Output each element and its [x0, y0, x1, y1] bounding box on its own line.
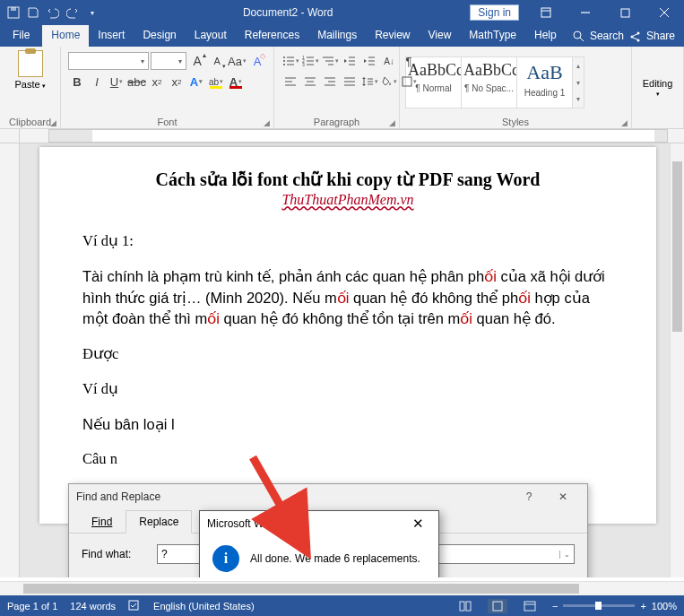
font-name-combo[interactable]: ▾: [68, 52, 149, 70]
font-size-combo[interactable]: ▾: [151, 52, 186, 70]
tab-insert[interactable]: Insert: [89, 25, 134, 47]
increase-indent-button[interactable]: [360, 52, 378, 70]
dialog-close-button[interactable]: ✕: [546, 487, 580, 507]
tab-mathtype[interactable]: MathType: [460, 25, 525, 47]
show-marks-button[interactable]: ¶: [400, 52, 418, 70]
horizontal-ruler[interactable]: [20, 129, 684, 143]
numbering-button[interactable]: 123▾: [301, 52, 319, 70]
italic-button[interactable]: I: [88, 73, 106, 91]
underline-button[interactable]: U▾: [108, 73, 126, 91]
tab-review[interactable]: Review: [366, 25, 419, 47]
editing-button[interactable]: Editing: [643, 78, 673, 89]
dialog-tab-replace[interactable]: Replace: [126, 510, 192, 534]
tab-help[interactable]: Help: [525, 25, 566, 47]
status-words[interactable]: 124 words: [70, 601, 116, 612]
undo-icon[interactable]: [45, 4, 61, 21]
borders-button[interactable]: ▾: [400, 73, 418, 91]
text-effects-button[interactable]: A▾: [187, 73, 205, 91]
paste-button[interactable]: Paste ▾: [12, 50, 49, 90]
shading-button[interactable]: ▾: [380, 73, 398, 91]
save-icon[interactable]: [25, 4, 41, 21]
sort-button[interactable]: A↓: [380, 52, 398, 70]
tab-view[interactable]: View: [420, 25, 461, 47]
document-area: Cách sửa lỗi font chữ khi copy từ PDF sa…: [0, 129, 684, 577]
zoom-level[interactable]: 100%: [652, 601, 677, 612]
doc-p3: Được: [82, 344, 613, 365]
dialog-tab-find[interactable]: Find: [78, 510, 126, 534]
tab-file[interactable]: File: [0, 25, 42, 47]
svg-rect-52: [403, 77, 411, 86]
shrink-font-button[interactable]: A▾: [208, 52, 226, 70]
quick-access-toolbar: ▾: [0, 4, 106, 21]
svg-rect-5: [621, 9, 629, 17]
align-right-button[interactable]: [321, 73, 339, 91]
dialog-help-button[interactable]: ?: [512, 487, 546, 507]
share-button[interactable]: Share: [629, 30, 675, 42]
svg-rect-54: [129, 601, 138, 610]
minimize-button[interactable]: [566, 0, 605, 25]
highlight-button[interactable]: ab▾: [207, 73, 225, 91]
svg-line-9: [580, 38, 584, 41]
group-font: ▾ ▾ A▴ A▾ Aa▾ A◇ B I U▾ abc x2 x2 A▾ ab▾…: [61, 47, 274, 128]
align-left-button[interactable]: [281, 73, 299, 91]
styles-launcher-icon[interactable]: ◢: [621, 118, 628, 127]
tab-references[interactable]: References: [236, 25, 308, 47]
vertical-scrollbar[interactable]: [670, 143, 684, 577]
qat-more-icon[interactable]: ▾: [84, 4, 100, 21]
autosave-icon[interactable]: [5, 4, 22, 21]
ribbon-display-icon[interactable]: [526, 0, 566, 25]
dialog-title: Find and Replace: [76, 490, 160, 503]
multilevel-button[interactable]: ▾: [321, 52, 339, 70]
align-center-button[interactable]: [301, 73, 319, 91]
font-launcher-icon[interactable]: ◢: [264, 118, 270, 127]
redo-icon[interactable]: [65, 4, 81, 21]
svg-rect-55: [460, 602, 464, 611]
doc-subtitle: ThuThuatPhanMem.vn: [82, 192, 613, 208]
tab-mailings[interactable]: Mailings: [308, 25, 366, 47]
tab-layout[interactable]: Layout: [186, 25, 236, 47]
search-button[interactable]: Search: [573, 30, 624, 42]
paragraph-launcher-icon[interactable]: ◢: [389, 118, 395, 127]
line-spacing-button[interactable]: ▾: [360, 73, 378, 91]
tab-home[interactable]: Home: [42, 25, 89, 47]
superscript-button[interactable]: x2: [168, 73, 186, 91]
font-color-button[interactable]: A▾: [227, 73, 245, 91]
status-language[interactable]: English (United States): [153, 601, 255, 612]
change-case-button[interactable]: Aa▾: [228, 52, 247, 70]
zoom-in-button[interactable]: +: [640, 601, 645, 612]
bold-button[interactable]: B: [68, 73, 86, 91]
justify-button[interactable]: [341, 73, 359, 91]
zoom-out-button[interactable]: −: [552, 601, 558, 612]
styles-more-button[interactable]: ▴▾▾: [572, 56, 584, 108]
grow-font-button[interactable]: A▴: [188, 52, 206, 70]
clear-format-button[interactable]: A◇: [248, 52, 266, 70]
zoom-slider[interactable]: [563, 604, 635, 607]
doc-heading: Cách sửa lỗi font chữ khi copy từ PDF sa…: [82, 169, 613, 190]
close-button[interactable]: [645, 0, 684, 25]
view-web-icon[interactable]: [520, 599, 540, 613]
svg-line-14: [633, 38, 637, 39]
clipboard-launcher-icon[interactable]: ◢: [50, 118, 56, 127]
subscript-button[interactable]: x2: [148, 73, 166, 91]
bullets-button[interactable]: ▾: [281, 52, 299, 70]
style-no-spacing[interactable]: AaBbCc¶ No Spac...: [461, 56, 517, 108]
view-print-icon[interactable]: [488, 599, 507, 613]
style-heading1[interactable]: AaBHeading 1: [516, 56, 573, 108]
sign-in-button[interactable]: Sign in: [470, 4, 519, 21]
vertical-ruler[interactable]: [0, 143, 20, 577]
decrease-indent-button[interactable]: [341, 52, 359, 70]
msgbox-close-button[interactable]: ✕: [404, 515, 431, 533]
page[interactable]: Cách sửa lỗi font chữ khi copy từ PDF sa…: [39, 147, 656, 524]
horizontal-scrollbar[interactable]: [0, 581, 684, 595]
tab-design[interactable]: Design: [134, 25, 185, 47]
strike-button[interactable]: abc: [127, 73, 146, 91]
view-read-icon[interactable]: [455, 599, 475, 613]
svg-point-19: [283, 64, 285, 65]
ribbon: Paste ▾ Clipboard◢ ▾ ▾ A▴ A▾ Aa▾ A◇ B I …: [0, 47, 684, 129]
maximize-button[interactable]: [605, 0, 645, 25]
status-spellcheck-icon[interactable]: [128, 599, 141, 613]
group-editing: Editing▾: [632, 47, 684, 128]
status-page[interactable]: Page 1 of 1: [7, 601, 57, 612]
svg-rect-57: [493, 602, 502, 611]
doc-p4: Ví dụ: [82, 379, 613, 400]
